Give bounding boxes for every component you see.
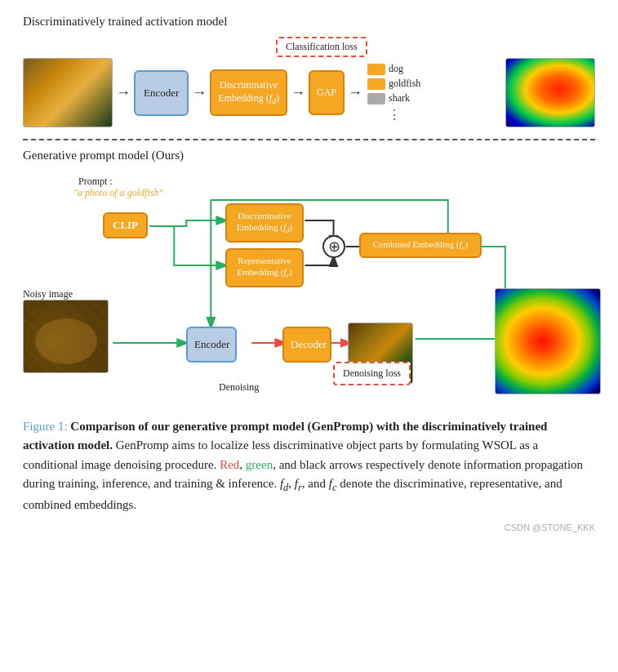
circle-plus: ⊕: [322, 235, 345, 258]
svg-rect-0: [24, 300, 109, 373]
noisy-label: Noisy image: [23, 288, 73, 300]
encoder-label-bottom: Encoder: [194, 338, 229, 350]
arrow-4: →: [348, 84, 362, 101]
caption-bold: Comparison of our generative prompt mode…: [23, 420, 547, 452]
goldfish-label: goldfish: [389, 78, 420, 90]
bottom-section-title: Generative prompt model (Ours): [23, 149, 595, 162]
denoising-loss-box: Denoising loss: [333, 362, 411, 385]
combined-emb: Combined Embedding (fc): [359, 233, 482, 258]
dog-swatch: [367, 64, 385, 75]
red-word: Red: [220, 458, 239, 471]
gap-box: GAP: [309, 70, 345, 115]
noisy-label-text: Noisy image: [23, 288, 73, 300]
bottom-diagram: Prompt : "a photo of a goldfish" CLIP Di…: [23, 167, 595, 404]
goldfish-swatch: [367, 78, 385, 90]
prompt-text-label: Prompt :: [78, 176, 113, 187]
disc-emb-bottom: DiscriminativeEmbedding (fd): [225, 203, 304, 243]
prompt-quote-text: "a photo of a goldfish": [73, 187, 162, 198]
denoising-text: Denoising: [219, 381, 259, 393]
bottom-section: Generative prompt model (Ours): [23, 149, 595, 404]
green-word: green: [246, 458, 273, 471]
figure-label: Figure 1:: [23, 420, 68, 433]
watermark-text: CSDN @STONE_KKK: [505, 523, 595, 532]
svg-point-1: [35, 318, 97, 364]
gap-label: GAP: [317, 87, 336, 98]
caption: Figure 1: Comparison of our generative p…: [23, 417, 595, 514]
disc-emb-top: DiscriminativeEmbedding (fd): [210, 69, 287, 116]
arrow-3: →: [291, 84, 305, 101]
arrow-2: →: [192, 84, 207, 101]
shark-label: shark: [389, 92, 410, 105]
fr-symbol: fr: [295, 477, 302, 490]
decoder-label: Decoder: [291, 338, 327, 350]
clip-label: CLIP: [113, 219, 138, 231]
fish-image: [23, 58, 113, 127]
fd-symbol: fd: [280, 477, 288, 490]
classification-loss-box: Classification loss: [276, 37, 367, 57]
class-goldfish: goldfish: [367, 78, 420, 90]
encoder-box-top: Encoder: [134, 70, 189, 116]
heatmap-bottom: [495, 288, 601, 394]
denoising-label: Denoising: [219, 381, 259, 394]
arrow-1: →: [116, 84, 131, 101]
class-dog: dog: [367, 63, 420, 75]
classes-col: dog goldfish shark ⋮: [367, 63, 420, 122]
dog-label: dog: [389, 63, 403, 75]
top-section: Discriminatively trained activation mode…: [23, 15, 595, 131]
top-section-title: Discriminatively trained activation mode…: [23, 15, 595, 29]
ellipsis: ⋮: [367, 107, 420, 122]
class-shark: shark: [367, 92, 420, 105]
fc-symbol: fc: [329, 477, 337, 490]
noisy-image: [23, 300, 109, 373]
heatmap-top: [505, 58, 595, 127]
decoder-box: Decoder: [282, 327, 331, 363]
top-diagram: Classification loss → Encoder → Discrimi…: [23, 35, 595, 131]
shark-swatch: [367, 93, 385, 105]
prompt-quote: "a photo of a goldfish": [73, 187, 162, 199]
denoising-loss-label: Denoising loss: [343, 367, 401, 379]
watermark: CSDN @STONE_KKK: [23, 523, 595, 532]
prompt-label: Prompt :: [78, 176, 113, 188]
encoder-box-bottom: Encoder: [186, 327, 237, 363]
section-divider: [23, 139, 595, 140]
rep-emb-bottom: RepresentativeEmbedding (fr): [225, 248, 304, 287]
encoder-label-top: Encoder: [144, 87, 179, 99]
classification-loss-label: Classification loss: [286, 41, 358, 52]
clip-box: CLIP: [103, 212, 148, 238]
